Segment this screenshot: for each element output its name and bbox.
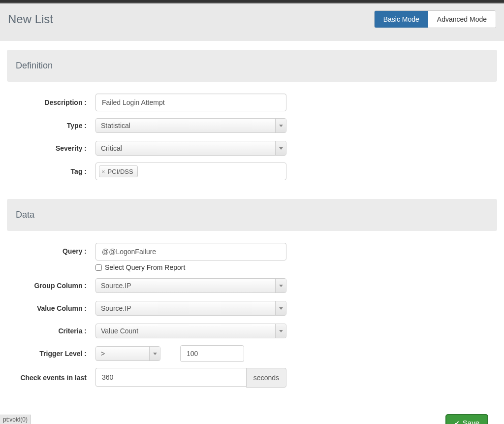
query-input[interactable] — [95, 243, 286, 261]
tag-row: Tag : × PCI/DSS — [7, 163, 497, 180]
group-column-row: Group Column : Source.IP — [7, 277, 497, 294]
check-events-unit: seconds — [246, 368, 286, 388]
trigger-operator-value: > — [96, 350, 149, 358]
chevron-down-icon — [275, 141, 286, 155]
chevron-down-icon — [275, 279, 286, 293]
basic-mode-button[interactable]: Basic Mode — [375, 11, 428, 28]
group-column-value: Source.IP — [96, 282, 275, 290]
type-select-value: Statistical — [96, 122, 275, 130]
description-input[interactable] — [95, 94, 286, 111]
advanced-mode-button[interactable]: Advanced Mode — [428, 11, 496, 28]
content: Definition Description : Type : Statisti… — [0, 50, 504, 424]
chevron-down-icon — [275, 119, 286, 132]
description-row: Description : — [7, 94, 497, 111]
tag-label: Tag : — [7, 163, 95, 180]
chevron-down-icon — [275, 301, 286, 315]
page-title: New List — [8, 12, 53, 26]
group-column-label: Group Column : — [7, 277, 95, 294]
tag-chip: × PCI/DSS — [99, 165, 138, 177]
severity-select[interactable]: Critical — [95, 141, 286, 156]
type-row: Type : Statistical — [7, 117, 497, 134]
status-bar-text: pt:void(0) — [0, 415, 31, 424]
value-column-select[interactable]: Source.IP — [95, 301, 286, 316]
select-from-report-checkbox[interactable] — [95, 264, 102, 271]
query-label: Query : — [7, 243, 95, 260]
save-button-label: Save — [463, 419, 479, 424]
severity-select-value: Critical — [96, 144, 275, 152]
check-events-group: seconds — [95, 368, 286, 388]
select-from-report-label: Select Query From Report — [105, 263, 185, 271]
mode-toggle: Basic Mode Advanced Mode — [374, 10, 496, 28]
definition-heading: Definition — [7, 50, 497, 82]
tag-remove-icon[interactable]: × — [101, 168, 105, 175]
severity-row: Severity : Critical — [7, 140, 497, 157]
criteria-select[interactable]: Value Count — [95, 324, 286, 338]
check-events-label: Check events in last — [7, 369, 95, 386]
data-heading: Data — [7, 199, 497, 231]
group-column-select[interactable]: Source.IP — [95, 278, 286, 293]
criteria-value: Value Count — [96, 327, 275, 335]
data-panel: Data Query : Select Query From Report Gr… — [7, 199, 497, 397]
severity-label: Severity : — [7, 140, 95, 157]
value-column-label: Value Column : — [7, 300, 95, 317]
check-events-input[interactable] — [95, 368, 246, 387]
criteria-label: Criteria : — [7, 323, 95, 339]
value-column-value: Source.IP — [96, 304, 275, 312]
chevron-down-icon — [275, 324, 286, 338]
window-top-bar — [0, 0, 504, 3]
page-header: New List Basic Mode Advanced Mode — [0, 3, 504, 41]
trigger-level-label: Trigger Level : — [7, 345, 95, 362]
check-events-row: Check events in last seconds — [7, 368, 497, 388]
trigger-value-input[interactable] — [180, 345, 244, 362]
definition-panel: Definition Description : Type : Statisti… — [7, 50, 497, 190]
value-column-row: Value Column : Source.IP — [7, 300, 497, 317]
select-from-report-row: Select Query From Report — [95, 263, 286, 271]
trigger-level-row: Trigger Level : > — [7, 345, 497, 362]
check-icon — [454, 419, 460, 424]
query-row: Query : Select Query From Report — [7, 243, 497, 271]
type-select[interactable]: Statistical — [95, 118, 286, 133]
save-button[interactable]: Save — [445, 414, 488, 424]
trigger-operator-select[interactable]: > — [95, 346, 160, 361]
type-label: Type : — [7, 117, 95, 134]
footer: Save — [7, 397, 497, 424]
chevron-down-icon — [149, 347, 160, 360]
criteria-row: Criteria : Value Count — [7, 323, 497, 339]
tag-chip-label: PCI/DSS — [108, 168, 133, 175]
description-label: Description : — [7, 94, 95, 111]
tag-input[interactable]: × PCI/DSS — [95, 163, 286, 180]
